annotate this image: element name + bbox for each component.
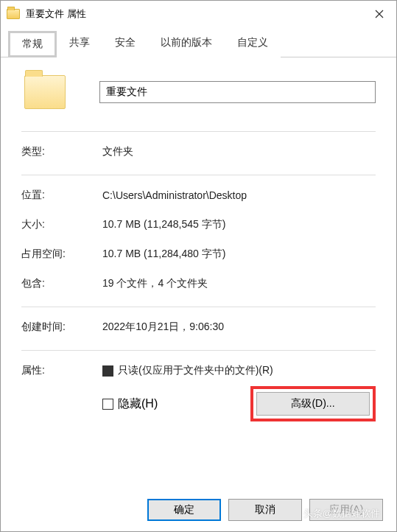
location-row: 位置: C:\Users\Administrator\Desktop: [21, 189, 376, 202]
contains-row: 包含: 19 个文件，4 个文件夹: [21, 277, 376, 290]
hidden-checkbox[interactable]: [102, 399, 113, 410]
readonly-label: 只读(仅应用于文件夹中的文件)(R): [118, 364, 273, 377]
advanced-button[interactable]: 高级(D)...: [256, 392, 370, 416]
created-value: 2022年10月21日，9:06:30: [102, 321, 376, 334]
size-row: 大小: 10.7 MB (11,248,545 字节): [21, 218, 376, 231]
divider: [21, 131, 376, 132]
hidden-row: 隐藏(H) 高级(D)...: [21, 386, 376, 421]
header-row: [21, 75, 376, 109]
folder-icon: [7, 9, 20, 19]
location-label: 位置:: [21, 189, 102, 202]
tab-customize[interactable]: 自定义: [225, 31, 281, 57]
disk-size-value: 10.7 MB (11,284,480 字节): [102, 248, 376, 261]
tab-security[interactable]: 安全: [102, 31, 148, 57]
cancel-button[interactable]: 取消: [228, 499, 302, 521]
readonly-checkbox[interactable]: [102, 365, 113, 377]
window-title: 重要文件 属性: [26, 7, 362, 21]
created-label: 创建时间:: [21, 321, 102, 334]
created-row: 创建时间: 2022年10月21日，9:06:30: [21, 321, 376, 334]
hidden-label: 隐藏(H): [118, 396, 158, 412]
properties-dialog: 重要文件 属性 常规 共享 安全 以前的版本 自定义 类型: 文件夹 位置: C…: [0, 0, 397, 532]
dialog-buttons: 确定 取消 应用(A): [147, 499, 383, 521]
titlebar: 重要文件 属性: [1, 1, 396, 27]
divider: [21, 175, 376, 175]
content-area: 类型: 文件夹 位置: C:\Users\Administrator\Deskt…: [1, 57, 396, 421]
readonly-checkbox-wrap[interactable]: 只读(仅应用于文件夹中的文件)(R): [102, 364, 273, 377]
contains-label: 包含:: [21, 277, 102, 290]
tab-previous-versions[interactable]: 以前的版本: [148, 31, 225, 57]
divider: [21, 350, 376, 351]
folder-name-input[interactable]: [99, 81, 376, 103]
close-button[interactable]: [362, 1, 396, 27]
type-row: 类型: 文件夹: [21, 145, 376, 158]
divider: [21, 307, 376, 307]
attributes-row: 属性: 只读(仅应用于文件夹中的文件)(R): [21, 364, 376, 377]
folder-large-icon: [24, 75, 66, 109]
contains-value: 19 个文件，4 个文件夹: [102, 277, 376, 290]
close-icon: [375, 10, 384, 18]
type-label: 类型:: [21, 145, 102, 158]
tab-general[interactable]: 常规: [8, 31, 57, 57]
advanced-highlight: 高级(D)...: [250, 386, 376, 421]
type-value: 文件夹: [102, 145, 376, 158]
tab-sharing[interactable]: 共享: [57, 31, 102, 57]
disk-size-row: 占用空间: 10.7 MB (11,284,480 字节): [21, 248, 376, 261]
apply-button: 应用(A): [309, 499, 383, 521]
tab-bar: 常规 共享 安全 以前的版本 自定义: [1, 30, 396, 57]
ok-button[interactable]: 确定: [147, 499, 221, 521]
size-value: 10.7 MB (11,248,545 字节): [102, 218, 376, 231]
disk-size-label: 占用空间:: [21, 248, 102, 261]
size-label: 大小:: [21, 218, 102, 231]
hidden-checkbox-wrap[interactable]: 隐藏(H): [102, 396, 158, 412]
location-value: C:\Users\Administrator\Desktop: [102, 189, 376, 201]
attributes-label: 属性:: [21, 364, 102, 377]
